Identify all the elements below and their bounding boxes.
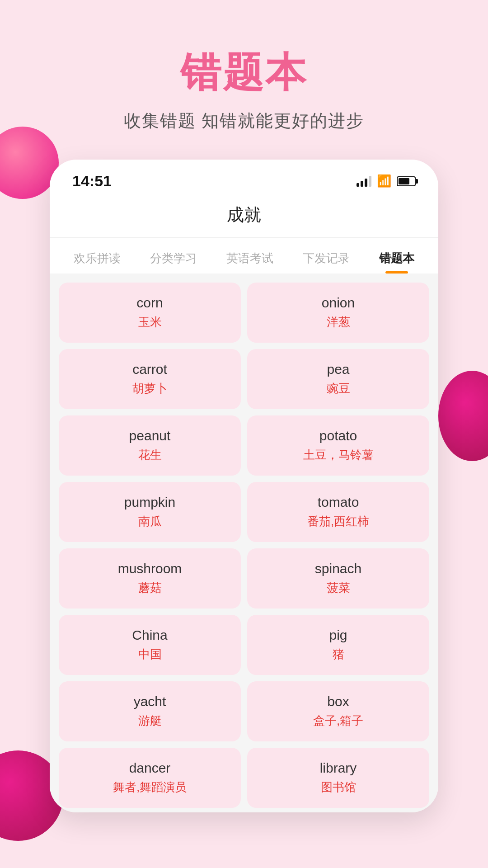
top-section: 错题本 收集错题 知错就能更好的进步 [0,0,488,160]
vocab-card-pig[interactable]: pig 猪 [247,615,429,675]
vocab-english-potato: potato [256,428,420,443]
phone-mockup: 14:51 📶 成就 欢乐拼读 分类学习 英语考试 [50,160,438,812]
vocab-card-yacht[interactable]: yacht 游艇 [59,681,241,741]
vocab-english-pumpkin: pumpkin [68,495,232,510]
vocab-card-potato[interactable]: potato 土豆，马铃薯 [247,415,429,476]
main-subtitle: 收集错题 知错就能更好的进步 [0,109,488,132]
vocab-card-onion[interactable]: onion 洋葱 [247,283,429,343]
vocab-card-pea[interactable]: pea 豌豆 [247,349,429,409]
vocab-chinese-yacht: 游艇 [68,713,232,729]
deco-circle-right [438,371,488,461]
vocab-english-dancer: dancer [68,760,232,776]
status-bar: 14:51 📶 [50,160,438,194]
battery-fill [399,178,409,184]
status-time: 14:51 [72,172,112,190]
signal-bar-4 [369,176,371,187]
vocab-card-carrot[interactable]: carrot 胡萝卜 [59,349,241,409]
vocab-card-box[interactable]: box 盒子,箱子 [247,681,429,741]
status-icons: 📶 [357,174,416,188]
vocab-english-corn: corn [68,295,232,311]
vocab-chinese-box: 盒子,箱子 [256,713,420,729]
tab-happy-reading[interactable]: 欢乐拼读 [74,250,121,274]
vocab-card-china[interactable]: China 中国 [59,615,241,675]
vocab-english-tomato: tomato [256,495,420,510]
vocab-chinese-dancer: 舞者,舞蹈演员 [68,779,232,795]
vocab-english-pea: pea [256,362,420,377]
wifi-icon: 📶 [377,174,391,188]
vocab-card-grid: corn 玉米 onion 洋葱 carrot 胡萝卜 pea 豌豆 peanu… [50,274,438,812]
vocab-chinese-peanut: 花生 [68,447,232,463]
vocab-english-carrot: carrot [68,362,232,377]
signal-bar-2 [361,181,363,187]
vocab-chinese-mushroom: 蘑菇 [68,580,232,596]
battery-icon [397,176,416,186]
vocab-chinese-pea: 豌豆 [256,381,420,396]
vocab-english-spinach: spinach [256,561,420,576]
tab-english-exam[interactable]: 英语考试 [226,250,273,274]
vocab-card-dancer[interactable]: dancer 舞者,舞蹈演员 [59,748,241,808]
vocab-english-china: China [68,627,232,643]
vocab-card-pumpkin[interactable]: pumpkin 南瓜 [59,482,241,542]
tabs-bar: 欢乐拼读 分类学习 英语考试 下发记录 错题本 [50,238,438,274]
tab-category-study[interactable]: 分类学习 [150,250,197,274]
tab-issued-records[interactable]: 下发记录 [303,250,350,274]
vocab-chinese-corn: 玉米 [68,314,232,330]
vocab-chinese-pumpkin: 南瓜 [68,514,232,529]
vocab-english-box: box [256,694,420,709]
vocab-card-spinach[interactable]: spinach 菠菜 [247,548,429,609]
vocab-chinese-tomato: 番茄,西红柿 [256,514,420,529]
vocab-card-tomato[interactable]: tomato 番茄,西红柿 [247,482,429,542]
vocab-chinese-potato: 土豆，马铃薯 [256,447,420,463]
signal-bar-3 [365,179,367,187]
vocab-card-corn[interactable]: corn 玉米 [59,283,241,343]
nav-title: 成就 [50,194,438,238]
signal-icon [357,176,371,187]
vocab-chinese-china: 中国 [68,646,232,662]
vocab-chinese-carrot: 胡萝卜 [68,381,232,396]
vocab-chinese-spinach: 菠菜 [256,580,420,596]
vocab-card-peanut[interactable]: peanut 花生 [59,415,241,476]
vocab-english-library: library [256,760,420,776]
vocab-chinese-onion: 洋葱 [256,314,420,330]
vocab-english-yacht: yacht [68,694,232,709]
vocab-english-mushroom: mushroom [68,561,232,576]
vocab-chinese-library: 图书馆 [256,779,420,795]
signal-bar-1 [357,183,359,187]
vocab-english-peanut: peanut [68,428,232,443]
vocab-english-pig: pig [256,627,420,643]
vocab-english-onion: onion [256,295,420,311]
vocab-card-mushroom[interactable]: mushroom 蘑菇 [59,548,241,609]
main-title: 错题本 [0,45,488,100]
vocab-chinese-pig: 猪 [256,646,420,662]
tab-wrong-questions[interactable]: 错题本 [379,250,414,274]
vocab-card-library[interactable]: library 图书馆 [247,748,429,808]
